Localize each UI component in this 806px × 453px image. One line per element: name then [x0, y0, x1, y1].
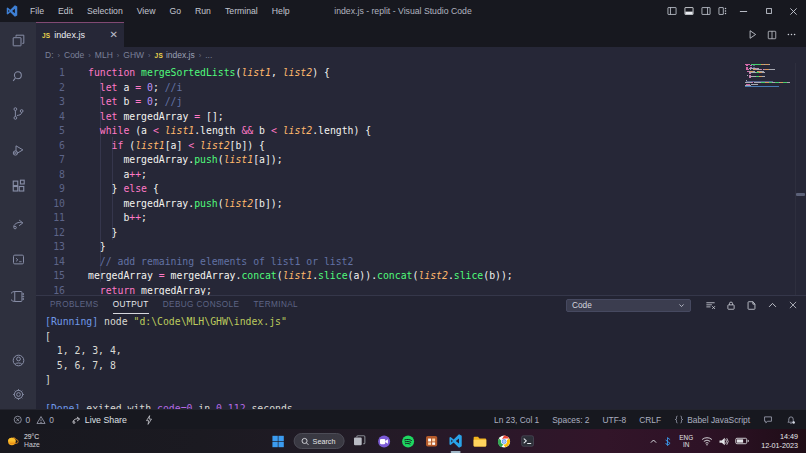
code-editor[interactable]: 1function mergeSortedLists(list1, list2)… [36, 63, 806, 295]
breadcrumb-symbol-tail[interactable]: ... [205, 50, 212, 60]
lock-scroll-icon[interactable] [726, 300, 736, 311]
vscode-taskbar-icon[interactable] [447, 433, 464, 450]
code-line[interactable]: 4 let mergedArray = []; [36, 110, 806, 125]
breadcrumb-item[interactable]: Code [64, 50, 84, 60]
code-line[interactable]: 11 b++; [36, 211, 806, 226]
breadcrumb-file[interactable]: JSindex.js [155, 50, 195, 60]
code-line[interactable]: 7 mergedArray.push(list1[a]); [36, 153, 806, 168]
thunder-client-status[interactable] [145, 415, 153, 425]
code-line[interactable]: 3 let b = 0; //j [36, 95, 806, 110]
code-line[interactable]: 13 } [36, 240, 806, 255]
breadcrumb[interactable]: D:›Code›MLH›GHW›JSindex.js›... [36, 47, 806, 63]
braces-icon [674, 415, 684, 424]
problems-status[interactable]: 0 0 [13, 415, 54, 425]
clear-output-icon[interactable] [705, 300, 716, 311]
breadcrumb-item[interactable]: MLH [95, 50, 113, 60]
cursor-position[interactable]: Ln 23, Col 1 [494, 415, 539, 425]
minimize-button[interactable] [731, 0, 756, 22]
panel-tab-output[interactable]: OUTPUT [113, 296, 149, 314]
extensions-icon[interactable] [0, 168, 36, 205]
toggle-primary-sidebar-icon[interactable] [663, 0, 680, 22]
notebook-icon[interactable] [0, 278, 36, 315]
run-debug-icon[interactable] [0, 132, 36, 169]
indentation-status[interactable]: Spaces: 2 [552, 415, 589, 425]
taskbar-weather-widget[interactable]: 29°C Haze [5, 429, 40, 453]
clock-time: 14:49 [761, 432, 798, 441]
live-share-icon[interactable] [0, 205, 36, 242]
output-channel-select[interactable]: Code [566, 299, 691, 312]
panel-tab-debug-console[interactable]: DEBUG CONSOLE [163, 296, 240, 314]
menu-go[interactable]: Go [162, 0, 188, 22]
menu-edit[interactable]: Edit [51, 0, 80, 22]
encoding-status[interactable]: UTF-8 [603, 415, 627, 425]
code-line[interactable]: 16 return mergedArray; [36, 284, 806, 295]
run-code-button[interactable] [747, 29, 758, 40]
code-line[interactable]: 1function mergeSortedLists(list1, list2)… [36, 66, 806, 81]
settings-gear-icon[interactable] [0, 379, 36, 409]
restore-button[interactable] [756, 0, 781, 22]
chrome-icon[interactable] [495, 433, 512, 450]
line-number: 6 [36, 139, 88, 154]
panel-tab-problems[interactable]: PROBLEMS [50, 296, 99, 314]
file-explorer-icon[interactable] [471, 433, 488, 450]
menu-run[interactable]: Run [188, 0, 218, 22]
menu-help[interactable]: Help [265, 0, 297, 22]
store-app-icon[interactable] [423, 433, 440, 450]
code-line[interactable]: 14 // add remaining elements of list1 or… [36, 255, 806, 270]
taskbar-search[interactable]: Search [294, 433, 345, 449]
live-share-status[interactable]: Live Share [71, 414, 127, 425]
code-line[interactable]: 2 let a = 0; //i [36, 81, 806, 96]
eol-status[interactable]: CRLF [639, 415, 661, 425]
code-line[interactable]: 9 } else { [36, 182, 806, 197]
feedback-icon[interactable] [763, 415, 773, 425]
language-mode[interactable]: Babel JavaScript [674, 415, 750, 425]
code-line[interactable]: 5 while (a < list1.length && b < list2.l… [36, 124, 806, 139]
editor-scrollbar[interactable] [795, 63, 806, 295]
breadcrumb-item[interactable]: GHW [123, 50, 144, 60]
remote-terminal-icon[interactable] [0, 242, 36, 279]
toggle-secondary-sidebar-icon[interactable] [697, 0, 714, 22]
menu-terminal[interactable]: Terminal [218, 0, 265, 22]
notifications-bell-icon[interactable] [786, 415, 796, 425]
bluetooth-icon[interactable] [665, 436, 671, 447]
split-editor-icon[interactable] [767, 30, 777, 40]
more-actions-icon[interactable] [786, 29, 797, 40]
chat-app-icon[interactable] [375, 433, 392, 450]
taskbar-clock[interactable]: 14:49 12-01-2023 [761, 432, 798, 450]
code-line[interactable]: 8 a++; [36, 168, 806, 183]
clock-date: 12-01-2023 [761, 441, 798, 450]
battery-icon[interactable] [735, 436, 749, 446]
menu-file[interactable]: File [23, 0, 51, 22]
output-line: 5, 6, 7, 8 [45, 359, 806, 374]
tab-close-icon[interactable]: ✕ [110, 30, 118, 40]
panel-tab-terminal[interactable]: TERMINAL [253, 296, 298, 314]
code-line[interactable]: 6 if (list1[a] < list2[b]) { [36, 139, 806, 154]
customize-layout-icon[interactable] [714, 0, 731, 22]
menu-selection[interactable]: Selection [80, 0, 130, 22]
spotify-icon[interactable] [399, 433, 416, 450]
code-line[interactable]: 10 mergedArray.push(list2[b]); [36, 197, 806, 212]
terminal-app-icon[interactable] [519, 433, 536, 450]
search-icon[interactable] [0, 59, 36, 96]
code-line[interactable]: 15mergedArray = mergedArray.concat(list1… [36, 269, 806, 284]
maximize-panel-icon[interactable] [767, 300, 778, 311]
menu-view[interactable]: View [130, 0, 163, 22]
start-button[interactable] [270, 433, 287, 450]
minimap[interactable] [745, 64, 795, 94]
code-line[interactable]: 12 } [36, 226, 806, 241]
explorer-icon[interactable] [0, 22, 36, 59]
close-panel-icon[interactable] [788, 300, 798, 310]
wifi-icon[interactable] [701, 436, 713, 446]
toggle-panel-icon[interactable] [680, 0, 697, 22]
open-output-in-editor-icon[interactable] [746, 300, 757, 311]
close-window-button[interactable] [781, 0, 806, 22]
tab-indexjs[interactable]: JS index.js ✕ [36, 22, 124, 47]
tray-expand-icon[interactable] [649, 437, 658, 446]
breadcrumb-item[interactable]: D: [45, 50, 54, 60]
language-indicator[interactable]: ENG IN [679, 434, 693, 449]
volume-icon[interactable] [718, 436, 730, 447]
account-icon[interactable] [0, 342, 36, 379]
output-content[interactable]: [Running] node "d:\Code\MLH\GHW\index.js… [36, 314, 806, 409]
task-view-icon[interactable] [351, 433, 368, 450]
source-control-icon[interactable] [0, 95, 36, 132]
